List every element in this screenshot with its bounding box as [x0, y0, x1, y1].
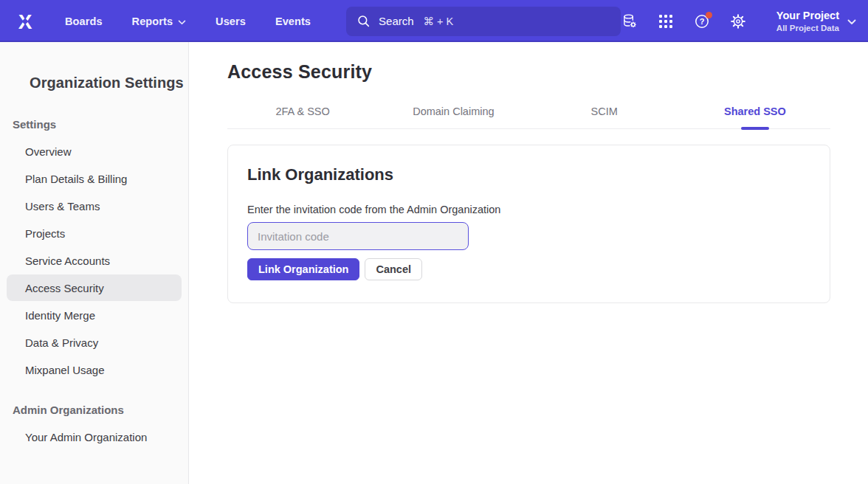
- sidebar-section-settings: Settings: [0, 118, 188, 131]
- tab-scim[interactable]: SCIM: [529, 106, 680, 128]
- sidebar-section-admin-organizations: Admin Organizations: [0, 404, 188, 416]
- sidebar-item-plan-details-billing[interactable]: Plan Details & Billing: [7, 165, 182, 192]
- active-tab-indicator: [741, 127, 769, 130]
- sidebar-item-users-teams[interactable]: Users & Teams: [7, 193, 182, 219]
- nav-item-label: Reports: [132, 15, 173, 27]
- nav-item-reports[interactable]: Reports: [132, 15, 187, 27]
- sidebar-item-service-accounts[interactable]: Service Accounts: [7, 247, 182, 274]
- tab-2fa-sso[interactable]: 2FA & SSO: [227, 106, 378, 128]
- notification-badge: [706, 12, 712, 18]
- search-input[interactable]: Search ⌘ + K: [346, 7, 621, 36]
- chevron-down-icon: [847, 15, 856, 28]
- project-switcher[interactable]: Your Project All Project Data: [776, 9, 856, 34]
- sidebar-item-projects[interactable]: Projects: [7, 220, 182, 246]
- nav-item-label: Events: [275, 15, 311, 27]
- card-actions: Link Organization Cancel: [247, 258, 810, 280]
- tab-shared-sso[interactable]: Shared SSO: [680, 106, 830, 128]
- invitation-code-input[interactable]: [247, 222, 469, 250]
- search-shortcut-hint: ⌘ + K: [424, 15, 454, 27]
- apps-grid-icon[interactable]: [658, 13, 674, 30]
- settings-gear-icon[interactable]: [730, 13, 746, 30]
- nav-menu: Boards Reports Users Events: [65, 15, 311, 27]
- link-organization-button[interactable]: Link Organization: [247, 258, 359, 280]
- tab-bar: 2FA & SSO Domain Claiming SCIM Shared SS…: [227, 106, 830, 129]
- sidebar-item-access-security[interactable]: Access Security: [7, 274, 182, 301]
- sidebar-title: Organization Settings: [0, 75, 188, 91]
- project-name: Your Project: [776, 9, 839, 22]
- nav-item-boards[interactable]: Boards: [65, 15, 103, 27]
- sidebar-item-data-privacy[interactable]: Data & Privacy: [7, 329, 182, 356]
- search-placeholder: Search: [379, 15, 414, 27]
- link-organizations-card: Link Organizations Enter the invitation …: [227, 145, 830, 303]
- data-management-icon[interactable]: [621, 13, 638, 30]
- cancel-button[interactable]: Cancel: [365, 258, 422, 280]
- nav-item-label: Users: [216, 15, 246, 27]
- top-navigation-bar: X Boards Reports Users Events Search: [0, 0, 868, 42]
- sidebar-item-identity-merge[interactable]: Identity Merge: [7, 302, 182, 328]
- page-title: Access Security: [227, 61, 830, 83]
- page-body: Organization Settings Settings Overview …: [0, 42, 868, 484]
- tab-domain-claiming[interactable]: Domain Claiming: [378, 106, 528, 128]
- chevron-down-icon: [178, 15, 186, 27]
- nav-item-label: Boards: [65, 15, 103, 27]
- help-icon[interactable]: ?: [694, 13, 710, 30]
- card-title: Link Organizations: [247, 165, 810, 184]
- project-data-scope: All Project Data: [776, 23, 839, 33]
- search-icon: [356, 14, 371, 28]
- sidebar-item-your-admin-organization[interactable]: Your Admin Organization: [7, 424, 182, 450]
- organization-settings-sidebar: Organization Settings Settings Overview …: [0, 42, 189, 484]
- mixpanel-logo[interactable]: X: [13, 10, 37, 33]
- main-content: Access Security 2FA & SSO Domain Claimin…: [189, 42, 868, 484]
- sidebar-item-mixpanel-usage[interactable]: Mixpanel Usage: [7, 356, 182, 383]
- invitation-code-description: Enter the invitation code from the Admin…: [247, 204, 810, 215]
- svg-text:?: ?: [699, 17, 704, 26]
- nav-item-events[interactable]: Events: [275, 15, 311, 27]
- sidebar-item-overview[interactable]: Overview: [7, 138, 182, 165]
- nav-item-users[interactable]: Users: [216, 15, 246, 27]
- nav-right-icons: ? Your Project All Project Data: [621, 9, 856, 34]
